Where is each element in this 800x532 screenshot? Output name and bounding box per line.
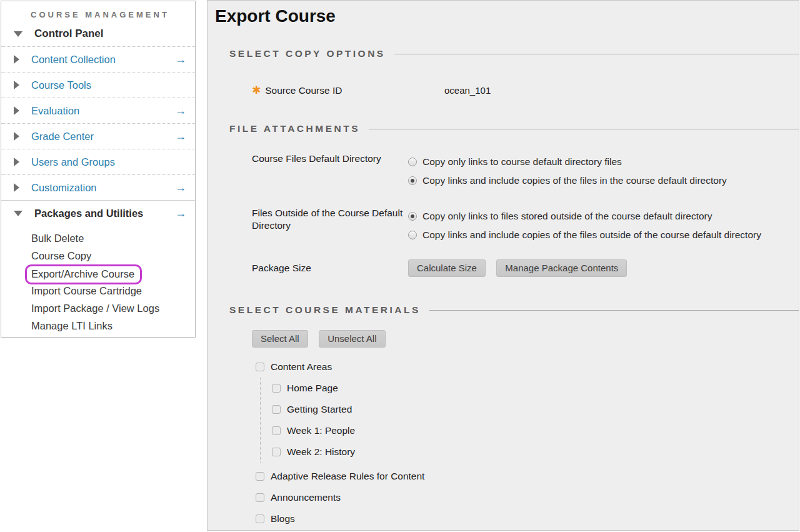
right-arrow-icon[interactable]: → [175, 53, 186, 66]
radio-option-copy-only-links-outside[interactable]: Copy only links to files stored outside … [408, 207, 761, 226]
source-course-id-row: ✱Source Course ID ocean_101 [208, 84, 799, 97]
checkbox[interactable] [256, 363, 264, 371]
sidebar-item-evaluation[interactable]: Evaluation → [1, 98, 195, 123]
radio-button[interactable] [408, 231, 417, 239]
checkbox[interactable] [272, 426, 281, 435]
checkbox-item-home-page[interactable]: Home Page [272, 378, 799, 399]
screenshot-root: COURSE MANAGEMENT Control Panel Content … [0, 0, 800, 532]
files-outside-radio-group: Copy only links to files stored outside … [408, 207, 761, 244]
checkbox[interactable] [272, 384, 281, 393]
course-materials-tree: Content Areas Home Page Getting Started … [256, 356, 799, 529]
sidebar-item-content-collection[interactable]: Content Collection → [1, 46, 195, 72]
section-file-attachments: FILE ATTACHMENTS [229, 123, 799, 134]
checkbox-item-week-2-history[interactable]: Week 2: History [272, 441, 799, 463]
radio-option-copy-links-and-copies-outside[interactable]: Copy links and include copies of the fil… [408, 226, 761, 244]
checkbox-item-blogs[interactable]: Blogs [256, 508, 799, 529]
package-size-label: Package Size [252, 262, 408, 274]
required-asterisk-icon: ✱ [252, 84, 261, 96]
content-areas-children: Home Page Getting Started Week 1: People… [260, 378, 799, 463]
chevron-right-icon[interactable] [14, 81, 19, 89]
files-outside-directory-row: Files Outside of the Course Default Dire… [208, 207, 799, 244]
checkbox-item-getting-started[interactable]: Getting Started [272, 399, 799, 420]
chevron-down-icon[interactable] [14, 31, 22, 37]
packages-utilities-label[interactable]: Packages and Utilities [34, 208, 143, 219]
highlight-ring: Export/Archive Course [25, 264, 142, 284]
course-files-default-directory-row: Course Files Default Directory Copy only… [208, 153, 799, 190]
sidebar-item-grade-center[interactable]: Grade Center → [1, 123, 195, 149]
sidebar-link[interactable]: Users and Groups [31, 156, 115, 168]
right-arrow-icon[interactable]: → [175, 130, 186, 143]
packages-submenu: Bulk Delete Course Copy Export/Archive C… [1, 229, 195, 334]
sidebar-link[interactable]: Course Tools [31, 79, 91, 91]
radio-button[interactable] [408, 176, 417, 185]
package-size-buttons: Calculate Size Manage Package Contents [408, 259, 627, 277]
section-select-copy-options: SELECT COPY OPTIONS [229, 48, 799, 59]
export-archive-course-label[interactable]: Export/Archive Course [31, 268, 134, 279]
checkbox[interactable] [256, 514, 264, 523]
chevron-right-icon[interactable] [14, 55, 19, 64]
export-course-panel: Export Course SELECT COPY OPTIONS ✱Sourc… [207, 0, 799, 531]
course-management-sidebar: COURSE MANAGEMENT Control Panel Content … [1, 1, 196, 338]
right-arrow-icon[interactable]: → [175, 207, 186, 220]
manage-package-contents-button[interactable]: Manage Package Contents [496, 259, 627, 277]
section-select-course-materials: SELECT COURSE MATERIALS [229, 304, 799, 316]
chevron-right-icon[interactable] [14, 183, 19, 192]
source-course-id-label: ✱Source Course ID [252, 84, 408, 97]
radio-button[interactable] [408, 212, 417, 221]
radio-button[interactable] [408, 158, 417, 166]
radio-option-copy-only-links-default[interactable]: Copy only links to course default direct… [408, 153, 727, 171]
course-files-default-directory-label: Course Files Default Directory [252, 153, 408, 165]
checkbox-item-week-1-people[interactable]: Week 1: People [272, 420, 799, 441]
sidebar-item-users-and-groups[interactable]: Users and Groups [1, 149, 195, 174]
chevron-down-icon[interactable] [14, 211, 22, 216]
files-outside-directory-label: Files Outside of the Course Default Dire… [252, 207, 408, 232]
checkbox[interactable] [256, 493, 264, 502]
sidebar-item-packages-and-utilities[interactable]: Packages and Utilities → [1, 200, 195, 226]
submenu-item-bulk-delete[interactable]: Bulk Delete [31, 229, 195, 247]
submenu-item-course-copy[interactable]: Course Copy [31, 247, 195, 264]
control-panel-label[interactable]: Control Panel [34, 28, 104, 40]
select-buttons-row: Select All Unselect All [252, 330, 799, 348]
sidebar-link[interactable]: Evaluation [31, 105, 79, 117]
checkbox[interactable] [256, 472, 264, 481]
right-arrow-icon[interactable]: → [175, 181, 186, 194]
sidebar-link[interactable]: Grade Center [31, 131, 94, 143]
sidebar-header: COURSE MANAGEMENT [31, 10, 195, 19]
checkbox-item-announcements[interactable]: Announcements [256, 487, 799, 508]
page-title: Export Course [215, 4, 799, 28]
submenu-item-import-package-view-logs[interactable]: Import Package / View Logs [31, 299, 195, 317]
sidebar-item-control-panel[interactable]: Control Panel [1, 21, 195, 46]
submenu-item-manage-lti-links[interactable]: Manage LTI Links [31, 317, 195, 334]
chevron-right-icon[interactable] [14, 132, 19, 141]
checkbox-item-adaptive-release-rules[interactable]: Adaptive Release Rules for Content [256, 466, 799, 487]
submenu-item-import-course-cartridge[interactable]: Import Course Cartridge [31, 282, 195, 299]
calculate-size-button[interactable]: Calculate Size [408, 259, 486, 277]
sidebar-item-customization[interactable]: Customization → [1, 174, 195, 200]
source-course-id-value: ocean_101 [444, 84, 491, 97]
chevron-right-icon[interactable] [14, 106, 19, 115]
checkbox-item-content-areas[interactable]: Content Areas [256, 356, 799, 378]
checkbox[interactable] [272, 448, 281, 456]
submenu-item-export-archive-course[interactable]: Export/Archive Course [31, 264, 195, 282]
radio-option-copy-links-and-copies-default[interactable]: Copy links and include copies of the fil… [408, 171, 727, 190]
unselect-all-button[interactable]: Unselect All [319, 330, 385, 348]
right-arrow-icon[interactable]: → [175, 104, 186, 118]
package-size-row: Package Size Calculate Size Manage Packa… [208, 259, 799, 277]
sidebar-link[interactable]: Customization [31, 182, 97, 194]
select-all-button[interactable]: Select All [252, 330, 308, 348]
sidebar-link[interactable]: Content Collection [31, 54, 116, 66]
course-files-radio-group: Copy only links to course default direct… [408, 153, 727, 190]
checkbox[interactable] [272, 405, 281, 414]
chevron-right-icon[interactable] [14, 158, 19, 166]
sidebar-item-course-tools[interactable]: Course Tools [1, 72, 195, 98]
